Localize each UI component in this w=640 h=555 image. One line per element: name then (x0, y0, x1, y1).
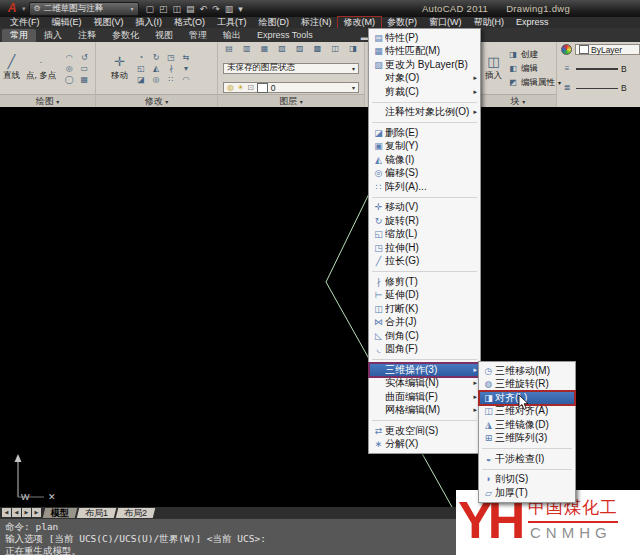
layers-panel-label[interactable]: 图层 ▾ (218, 94, 364, 107)
layer-unisolate-icon[interactable]: ▨ (294, 44, 306, 54)
layer-properties-icon[interactable]: ▤ (223, 44, 235, 54)
undo-icon[interactable]: ↶ (200, 4, 208, 14)
scale-icon[interactable]: ◱ (135, 64, 147, 74)
menu-item-clip[interactable]: 剪裁(C) ▸ (369, 85, 480, 99)
submenu-item-interference-check[interactable]: ◒ 干涉检查(I) (479, 452, 575, 466)
qat-dropdown-icon[interactable]: ▾ (238, 4, 243, 14)
workspace-switcher[interactable]: ⚙ 二维草图与注释 ▾ (29, 2, 139, 16)
tab-home[interactable]: 常用 (2, 29, 36, 42)
layer-dropdown[interactable]: ◍ ☀ ⊡ 0 ▾ (223, 82, 359, 93)
menubar-item-parametric[interactable]: 参数(P) (381, 17, 423, 28)
menubar-item-edit[interactable]: 编辑(E) (46, 17, 88, 28)
menubar-item-express[interactable]: Express (510, 17, 555, 28)
fillet-icon[interactable]: ◠ (180, 75, 192, 85)
next-tab-icon[interactable]: ▶ (22, 508, 31, 517)
menu-item-explode[interactable]: ∗ 分解(X) (369, 438, 480, 452)
menubar-item-draw[interactable]: 绘图(D) (253, 17, 296, 28)
new-file-icon[interactable]: ▢ (146, 4, 155, 14)
tab-view[interactable]: 视图 (147, 29, 181, 42)
tab-layout2[interactable]: 布局2 (116, 508, 156, 518)
menubar-item-format[interactable]: 格式(O) (168, 17, 211, 28)
mirror-icon[interactable]: ◭ (150, 64, 162, 74)
menubar-item-window[interactable]: 窗口(W) (423, 17, 468, 28)
sun-icon[interactable]: ☀ (237, 83, 244, 92)
rotate-icon[interactable]: ↻ (150, 53, 162, 63)
hatch-icon[interactable]: ▦ (78, 75, 90, 85)
menu-item-solid-editing[interactable]: 实体编辑(N) ▸ (369, 377, 480, 391)
menubar-item-modify[interactable]: 修改(M) (338, 17, 382, 28)
menu-item-scale[interactable]: ◱ 缩放(L) (369, 228, 480, 242)
stretch-icon[interactable]: ◳ (165, 53, 177, 63)
menu-item-fillet[interactable]: ◟ 圆角(F) (369, 343, 480, 357)
draw-panel-label[interactable]: 绘图 ▾ (0, 94, 95, 107)
edit-block-button[interactable]: ◧ 编辑 (508, 63, 561, 75)
menu-item-match-properties[interactable]: ▦ 特性匹配(M) (369, 45, 480, 59)
linetype-dropdown[interactable]: ≣ B (561, 83, 640, 93)
plot-icon[interactable]: ▤ (186, 4, 195, 14)
array-icon[interactable]: ∷ (165, 75, 177, 85)
lineweight-dropdown[interactable]: ≡ B (561, 64, 640, 74)
move-tool-button[interactable]: ✛ 移动 (108, 55, 131, 82)
menu-item-offset[interactable]: ◎ 偏移(S) (369, 167, 480, 181)
print-icon[interactable]: ▥ (225, 4, 234, 14)
menu-item-lengthen[interactable]: ╱ 拉长(G) (369, 255, 480, 269)
tab-layout1[interactable]: 布局1 (77, 508, 117, 518)
copy-icon[interactable]: ◔ (135, 53, 147, 63)
menu-item-erase[interactable]: ◪ 删除(E) (369, 126, 480, 140)
submenu-item-3d-move[interactable]: ◷ 三维移动(M) (479, 364, 575, 378)
tab-model[interactable]: 模型 (43, 508, 77, 518)
menubar-item-dimension[interactable]: 标注(N) (295, 17, 338, 28)
layer-off-icon[interactable]: ▥ (241, 44, 253, 54)
tab-express-tools[interactable]: Express Tools (249, 29, 321, 42)
submenu-item-3d-mirror[interactable]: ◮ 三维镜像(D) (479, 418, 575, 432)
logo-dropdown-icon[interactable]: ▾ (22, 5, 26, 13)
open-file-icon[interactable]: ◰ (159, 4, 168, 14)
autocad-logo-icon[interactable]: A (2, 1, 22, 16)
redo-icon[interactable]: ↷ (212, 4, 220, 14)
menu-item-mirror[interactable]: ◭ 镜像(I) (369, 153, 480, 167)
tab-output[interactable]: 输出 (215, 29, 249, 42)
prev-tab-icon[interactable]: ◀ (12, 508, 21, 517)
menu-item-join[interactable]: ⋈ 合并(J) (369, 316, 480, 330)
menu-item-break[interactable]: ◫ 打断(K) (369, 302, 480, 316)
submenu-item-slice[interactable]: ◗ 剖切(S) (479, 473, 575, 487)
submenu-item-3d-align[interactable]: ◫ 三维对齐(A) (479, 405, 575, 419)
layer-freeze-icon[interactable]: ▦ (258, 44, 270, 54)
offset-icon[interactable]: ◎ (150, 75, 162, 85)
menu-item-move[interactable]: ✛ 移动(V) (369, 201, 480, 215)
create-block-button[interactable]: ◨ 创建 (508, 49, 561, 61)
menu-item-stretch[interactable]: ◳ 拉伸(H) (369, 241, 480, 255)
menu-item-chamfer[interactable]: ◺ 倒角(C) (369, 329, 480, 343)
last-tab-icon[interactable]: ▶ (32, 508, 41, 517)
tab-insert[interactable]: 插入 (36, 29, 70, 42)
save-icon[interactable]: ◫ (173, 4, 182, 14)
menu-item-extend[interactable]: ⊢ 延伸(D) (369, 289, 480, 303)
menubar-item-tools[interactable]: 工具(T) (211, 17, 253, 28)
line-tool-button[interactable]: ╱ 直线 (0, 55, 23, 82)
arc-icon[interactable]: ◠ (63, 53, 75, 63)
lock-icon[interactable]: ⊡ (247, 83, 254, 92)
block-panel-label[interactable]: 块 ▾ (480, 94, 556, 107)
tab-parametric[interactable]: 参数化 (104, 29, 147, 42)
layer-state-dropdown[interactable]: 未保存的图层状态 ▾ (223, 63, 359, 74)
edit-attributes-button[interactable]: ◩ 编辑属性 ▾ (508, 77, 561, 89)
menubar-item-help[interactable]: 帮助(H) (468, 17, 511, 28)
bulb-icon[interactable]: ◍ (227, 83, 234, 92)
menubar-item-file[interactable]: 文件(F) (4, 17, 46, 28)
color-dropdown[interactable]: ByLayer (575, 44, 640, 55)
menu-item-mesh-editing[interactable]: 网格编辑(M) ▸ (369, 404, 480, 418)
layer-lock-icon[interactable]: ▩ (312, 44, 324, 54)
layer-isolate-icon[interactable]: ▧ (276, 44, 288, 54)
tab-manage[interactable]: 管理 (181, 29, 215, 42)
layer-match-icon[interactable]: ◨ (347, 44, 359, 54)
menubar-item-view[interactable]: 视图(V) (88, 17, 130, 28)
tab-annotate[interactable]: 注释 (70, 29, 104, 42)
ellipse-icon[interactable]: ◯ (63, 75, 75, 85)
menu-item-change-space[interactable]: ⇄ 更改空间(S) (369, 424, 480, 438)
menu-item-rotate[interactable]: ↻ 旋转(R) (369, 214, 480, 228)
first-tab-icon[interactable]: ◀ (2, 508, 11, 517)
flip-icon[interactable]: ⇆ (180, 53, 192, 63)
point-tool-button[interactable]: · 点, 多点 (23, 55, 59, 82)
erase-icon[interactable]: ◪ (135, 75, 147, 85)
submenu-item-3d-array[interactable]: ⊞ 三维阵列(3) (479, 432, 575, 446)
